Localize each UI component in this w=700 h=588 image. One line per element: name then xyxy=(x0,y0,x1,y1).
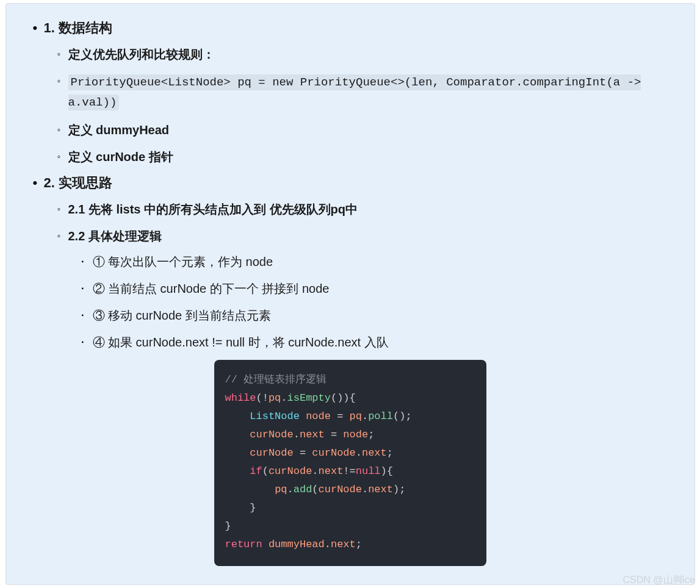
subsection-2-1: 2.1 先将 lists 中的所有头结点加入到 优先级队列pq中 xyxy=(68,200,670,218)
step-2: ② 当前结点 curNode 的下一个 拼接到 node xyxy=(93,279,670,298)
code-comment: // 处理链表排序逻辑 xyxy=(225,374,327,385)
subsection-2-2-title: 2.2 具体处理逻辑 xyxy=(68,229,162,243)
section-1-items: 定义优先队列和比较规则： PriorityQueue<ListNode> pq … xyxy=(44,45,670,166)
watermark-text: CSDN @山脚ice xyxy=(623,574,695,587)
step-3: ③ 移动 curNode 到当前结点元素 xyxy=(93,306,670,324)
step-4: ④ 如果 curNode.next != null 时，将 curNode.ne… xyxy=(93,333,670,351)
document-card: 1. 数据结构 定义优先队列和比较规则： PriorityQueue<ListN… xyxy=(5,3,695,585)
outline-root: 1. 数据结构 定义优先队列和比较规则： PriorityQueue<ListN… xyxy=(31,20,670,351)
step-1: ① 每次出队一个元素，作为 node xyxy=(93,253,670,271)
section-2-items: 2.1 先将 lists 中的所有头结点加入到 优先级队列pq中 2.2 具体处… xyxy=(44,200,670,351)
inline-code-pq: PriorityQueue<ListNode> pq = new Priorit… xyxy=(68,74,641,110)
item-dummyhead: 定义 dummyHead xyxy=(68,121,670,139)
item-pq-code: PriorityQueue<ListNode> pq = new Priorit… xyxy=(68,72,670,112)
item-curnode: 定义 curNode 指针 xyxy=(68,148,670,166)
section-2: 2. 实现思路 2.1 先将 lists 中的所有头结点加入到 优先级队列pq中… xyxy=(44,174,670,351)
section-2-title: 2. 实现思路 xyxy=(44,175,112,190)
subsection-2-2: 2.2 具体处理逻辑 ① 每次出队一个元素，作为 node ② 当前结点 cur… xyxy=(68,227,670,351)
code-block: // 处理链表排序逻辑 while(!pq.isEmpty()){ ListNo… xyxy=(214,360,486,566)
section-1: 1. 数据结构 定义优先队列和比较规则： PriorityQueue<ListN… xyxy=(44,20,670,166)
item-define-pq-rule: 定义优先队列和比较规则： xyxy=(68,45,670,63)
section-1-title: 1. 数据结构 xyxy=(44,20,112,35)
steps-list: ① 每次出队一个元素，作为 node ② 当前结点 curNode 的下一个 拼… xyxy=(68,253,670,351)
